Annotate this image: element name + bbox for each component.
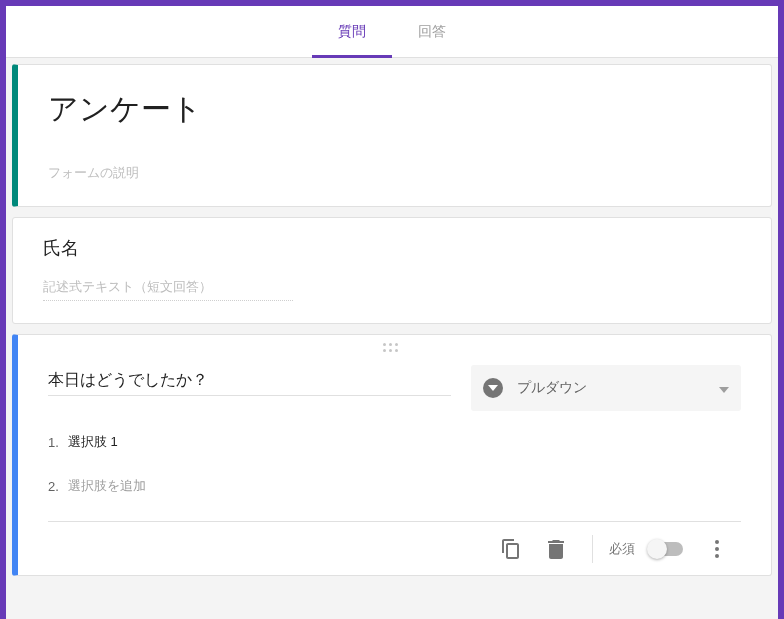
editor-body: アンケート フォームの説明 氏名 記述式テキスト（短文回答）: [6, 58, 778, 619]
separator: [592, 535, 593, 563]
form-description-placeholder[interactable]: フォームの説明: [48, 164, 741, 182]
option-number: 1.: [48, 435, 68, 450]
question-footer-toolbar: 必須: [48, 521, 741, 575]
option-row-add[interactable]: 2. 選択肢を追加: [48, 477, 741, 495]
add-option-text[interactable]: 選択肢を追加: [68, 477, 146, 495]
required-label: 必須: [609, 540, 635, 558]
form-header-card[interactable]: アンケート フォームの説明: [12, 64, 772, 207]
form-title[interactable]: アンケート: [48, 89, 741, 130]
delete-button[interactable]: [536, 529, 576, 569]
options-list: 1. 選択肢 1 2. 選択肢を追加: [48, 433, 741, 495]
form-editor-frame: 質問 回答 アンケート フォームの説明 氏名 記述式テキスト（短文回答）: [0, 0, 784, 619]
tab-questions[interactable]: 質問: [312, 6, 392, 57]
question-edit-row: プルダウン: [48, 365, 741, 411]
question-title-input[interactable]: [48, 365, 451, 396]
trash-icon: [548, 539, 564, 559]
more-vert-icon: [715, 540, 719, 558]
svg-point-0: [715, 540, 719, 544]
toggle-knob: [647, 539, 667, 559]
question-card-1[interactable]: 氏名 記述式テキスト（短文回答）: [12, 217, 772, 324]
option-text[interactable]: 選択肢 1: [68, 433, 118, 451]
short-answer-placeholder: 記述式テキスト（短文回答）: [43, 278, 293, 301]
duplicate-button[interactable]: [490, 529, 530, 569]
option-number: 2.: [48, 479, 68, 494]
question-type-select[interactable]: プルダウン: [471, 365, 741, 411]
chevron-down-icon: [719, 379, 729, 397]
more-options-button[interactable]: [697, 529, 737, 569]
tabs-bar: 質問 回答: [6, 6, 778, 58]
svg-point-1: [715, 547, 719, 551]
tab-responses[interactable]: 回答: [392, 6, 472, 57]
question-type-label: プルダウン: [517, 379, 719, 397]
required-toggle[interactable]: [649, 542, 683, 556]
svg-point-2: [715, 554, 719, 558]
question-card-2-active[interactable]: プルダウン 1. 選択肢 1 2. 選択肢を追加: [12, 334, 772, 576]
drag-handle-icon[interactable]: [48, 343, 741, 353]
dropdown-type-icon: [483, 378, 503, 398]
question-title[interactable]: 氏名: [43, 236, 741, 260]
option-row[interactable]: 1. 選択肢 1: [48, 433, 741, 451]
copy-icon: [501, 539, 519, 559]
